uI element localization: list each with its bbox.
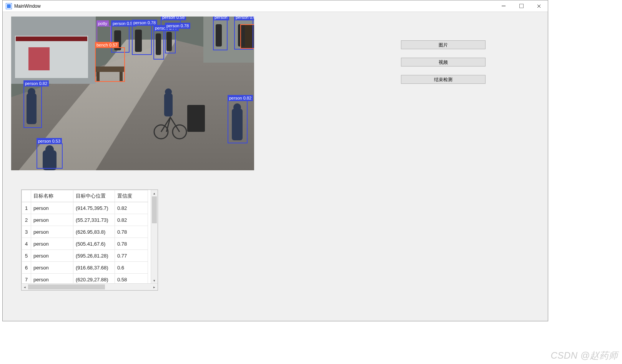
cell-name[interactable]: person	[31, 250, 73, 262]
detection-label: person	[213, 17, 229, 20]
scroll-left-icon[interactable]: ◂	[22, 284, 28, 290]
table-row[interactable]: 2person(55.27,331.73)0.82	[22, 214, 148, 226]
image-button[interactable]: 图片	[401, 40, 486, 49]
detection-box: person	[213, 20, 228, 50]
cell-name[interactable]: person	[31, 202, 73, 214]
close-icon	[537, 4, 541, 8]
detection-box: person 0.78	[165, 28, 176, 53]
detection-label: person 0.78	[132, 20, 157, 26]
detection-box	[240, 24, 254, 49]
cell-conf[interactable]: 0.78	[115, 238, 148, 250]
cell-conf[interactable]: 0.77	[115, 250, 148, 262]
row-index[interactable]: 4	[22, 238, 31, 250]
app-icon	[6, 3, 12, 9]
detection-label: person 0.78	[165, 23, 190, 29]
detection-label: person 0.82	[228, 95, 253, 101]
svg-rect-10	[187, 105, 205, 132]
stop-detection-button[interactable]: 结束检测	[401, 75, 486, 84]
main-window: MainWindow	[2, 0, 548, 321]
col-header-name[interactable]: 目标名称	[31, 190, 73, 202]
detection-image-panel: person 0.58pottyperson 0.55person 0.77pe…	[11, 17, 254, 170]
scroll-up-icon[interactable]: ▴	[151, 190, 158, 196]
cell-name[interactable]: person	[31, 238, 73, 250]
detection-label: potty	[96, 20, 109, 27]
cell-pos[interactable]: (55.27,331.73)	[73, 214, 115, 226]
cell-pos[interactable]: (595.26,81.28)	[73, 250, 115, 262]
svg-rect-22	[164, 93, 173, 116]
vertical-scrollbar[interactable]: ▴ ▾	[151, 190, 158, 284]
cell-name[interactable]: person	[31, 262, 73, 274]
detection-box: person 0.78	[132, 25, 152, 55]
table-row[interactable]: 3person(626.95,83.8)0.78	[22, 226, 148, 238]
detections-table: 目标名称 目标中心位置 置信度 1person(914.75,395.7)0.8…	[21, 189, 158, 291]
table-corner[interactable]	[22, 190, 31, 202]
col-header-pos[interactable]: 目标中心位置	[73, 190, 115, 202]
table-row[interactable]: 6person(916.68,37.68)0.6	[22, 262, 148, 274]
detection-box: person 0.53	[37, 143, 63, 169]
maximize-button[interactable]	[512, 0, 530, 12]
row-index[interactable]: 3	[22, 226, 31, 238]
cell-name[interactable]: person	[31, 226, 73, 238]
detection-label: person 0.53	[37, 138, 62, 144]
svg-point-23	[165, 88, 172, 95]
row-index[interactable]: 5	[22, 250, 31, 262]
cell-conf[interactable]: 0.6	[115, 262, 148, 274]
cell-pos[interactable]: (916.68,37.68)	[73, 262, 115, 274]
detection-label: person 0.58	[161, 17, 186, 20]
row-index[interactable]: 1	[22, 202, 31, 214]
cell-conf[interactable]: 0.78	[115, 226, 148, 238]
vscroll-thumb[interactable]	[152, 196, 157, 223]
client-area: person 0.58pottyperson 0.55person 0.77pe…	[3, 12, 548, 321]
detection-label: person 0.82	[23, 80, 49, 86]
cell-name[interactable]: person	[31, 214, 73, 226]
watermark-text: CSDN @赵药师	[547, 347, 622, 364]
window-title: MainWindow	[14, 3, 41, 9]
horizontal-scrollbar[interactable]: ◂ ▸	[22, 283, 158, 290]
table: 目标名称 目标中心位置 置信度 1person(914.75,395.7)0.8…	[22, 190, 148, 286]
screen: MainWindow	[0, 0, 622, 364]
svg-rect-5	[15, 36, 88, 78]
table-row[interactable]: 5person(595.26,81.28)0.77	[22, 250, 148, 262]
action-buttons: 图片 视频 结束检测	[401, 40, 486, 92]
minimize-button[interactable]	[495, 0, 512, 12]
table-row[interactable]: 1person(914.75,395.7)0.82	[22, 202, 148, 214]
svg-rect-6	[16, 37, 87, 41]
row-index[interactable]: 2	[22, 214, 31, 226]
titlebar[interactable]: MainWindow	[3, 0, 548, 12]
cell-pos[interactable]: (505.41,67.6)	[73, 238, 115, 250]
detection-box: bench 0.57	[95, 47, 125, 82]
scroll-right-icon[interactable]: ▸	[151, 284, 158, 290]
row-index[interactable]: 6	[22, 262, 31, 274]
col-header-conf[interactable]: 置信度	[115, 190, 148, 202]
table-row[interactable]: 4person(505.41,67.6)0.78	[22, 238, 148, 250]
cell-conf[interactable]: 0.82	[115, 202, 148, 214]
cell-pos[interactable]: (914.75,395.7)	[73, 202, 115, 214]
detection-label: bench 0.57	[95, 42, 119, 48]
scroll-down-icon[interactable]: ▾	[151, 277, 158, 284]
video-button[interactable]: 视频	[401, 58, 486, 66]
hscroll-thumb[interactable]	[28, 284, 105, 289]
detection-box: person 0.82	[23, 86, 42, 128]
cell-conf[interactable]: 0.82	[115, 214, 148, 226]
close-button[interactable]	[530, 0, 548, 12]
detection-box: person 0.77	[153, 30, 164, 60]
detection-label: person 0.60	[234, 17, 254, 20]
detection-box: potty	[96, 26, 111, 43]
cell-pos[interactable]: (626.95,83.8)	[73, 226, 115, 238]
svg-rect-7	[28, 47, 50, 70]
detection-box: person 0.82	[228, 100, 248, 143]
